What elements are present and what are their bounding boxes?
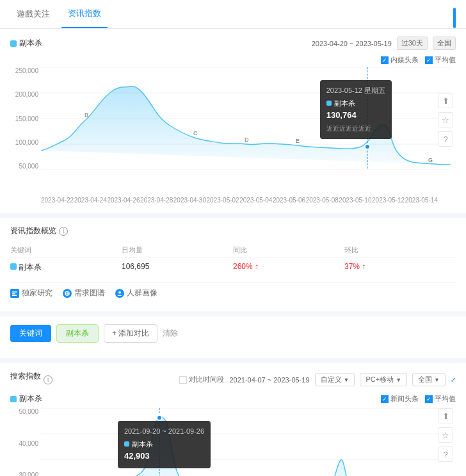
ctrl-compare-cb[interactable]: 对比时间段 xyxy=(179,375,224,384)
stats-col-mom: 环比 xyxy=(344,245,456,255)
sub-nav: 独家研究 需求图谱 人群画像 xyxy=(10,282,456,299)
tab-youxi-guanzhu[interactable]: 遊戲关注 xyxy=(10,1,56,28)
stats-title: 资讯指数概览 i xyxy=(10,226,456,236)
chart2-container: 50,000 40,000 30,000 20,000 xyxy=(10,408,456,476)
svg-text:D: D xyxy=(245,136,249,143)
svg-rect-13 xyxy=(12,293,15,295)
x-label-1: 2023-04-24 xyxy=(74,197,107,204)
search-cb-avg[interactable]: 平均值 xyxy=(425,394,456,404)
chart2-svg: A E C D F G xyxy=(41,408,451,476)
subnav-renqun-dot xyxy=(115,289,124,298)
chart1-period-btn[interactable]: 过30天 xyxy=(397,37,428,50)
share2-icon-btn[interactable]: ⬆ xyxy=(438,408,453,423)
chart1-date-range: 2023-04-20 ~ 2023-05-19 xyxy=(312,40,392,47)
top-tabs: 遊戲关注 资讯指数 xyxy=(0,0,466,29)
chart1-svg: B C D E G xyxy=(41,67,451,170)
dropdown-icon: ▼ xyxy=(344,377,349,383)
ctrl-region-btn[interactable]: 全国 ▼ xyxy=(412,373,446,386)
btn-add-compare[interactable]: + 添加对比 xyxy=(104,324,157,343)
cb-neimei-label: 内媒头条 xyxy=(390,55,419,65)
stats-cell-daily: 106,695 xyxy=(122,262,233,273)
y2-label-2: 40,000 xyxy=(10,440,38,447)
stats-info-icon[interactable]: i xyxy=(59,227,68,236)
cb-xinwen-label: 新闻头条 xyxy=(390,394,419,404)
stats-cell-keyword: 副本杀 xyxy=(10,262,122,273)
subnav-renqun[interactable]: 人群画像 xyxy=(115,288,157,299)
svg-text:E: E xyxy=(296,138,300,144)
x-label-2: 2023-04-26 xyxy=(107,197,140,204)
chart1-side-icons: ⬆ ☆ ? xyxy=(438,93,453,147)
checkbox-neimei[interactable]: 内媒头条 xyxy=(381,55,419,65)
svg-rect-14 xyxy=(12,295,17,296)
x-label-6: 2023-05-04 xyxy=(239,197,272,204)
stats-col-keyword: 关键词 xyxy=(10,245,122,255)
subnav-dujia[interactable]: 独家研究 xyxy=(10,288,52,299)
stats-cell-yoy: 260% ↑ xyxy=(233,262,344,273)
search-title: 搜索指数 xyxy=(10,371,41,382)
star-icon-btn[interactable]: ☆ xyxy=(438,112,453,127)
svg-point-6 xyxy=(365,144,370,149)
stats-col-daily: 日均量 xyxy=(122,245,233,255)
stats-title-text: 资讯指数概览 xyxy=(10,226,56,236)
chart1-legend-label: 副本杀 xyxy=(19,38,42,49)
search-section: 搜索指数 i 对比时间段 2021-04-07 ~ 2023-05-19 自定义… xyxy=(0,363,466,476)
y-label-1: 250,000 xyxy=(10,67,38,74)
cb-pingjun-box xyxy=(425,56,433,64)
y-label-3: 150,000 xyxy=(10,115,38,122)
svg-text:C: C xyxy=(193,130,198,136)
cb-avg-label: 平均值 xyxy=(435,394,456,404)
subnav-xuqiu[interactable]: 需求图谱 xyxy=(63,288,105,299)
chart1-header: 副本杀 2023-04-20 ~ 2023-05-19 过30天 全国 xyxy=(10,37,456,50)
y2-label-1: 50,000 xyxy=(10,408,38,415)
chart1-legend: 副本杀 xyxy=(10,38,42,49)
expand-icon[interactable]: ⤢ xyxy=(451,376,456,383)
x-label-0: 2023-04-22 xyxy=(41,197,74,204)
tab-zixun-zhishu[interactable]: 资讯指数 xyxy=(61,0,108,28)
star2-icon-btn[interactable]: ☆ xyxy=(438,427,453,443)
ctrl-custom-btn[interactable]: 自定义 ▼ xyxy=(315,373,355,386)
stats-table: 关键词 日均量 同比 环比 副本杀 106,695 260% ↑ 37% ↑ xyxy=(10,243,456,277)
svg-text:B: B xyxy=(84,112,88,119)
stats-blue-bar xyxy=(453,8,456,28)
btn-fubenshā[interactable]: 副本杀 xyxy=(56,324,99,343)
chart1-checkboxes: 内媒头条 平均值 xyxy=(381,55,456,65)
x-label-5: 2023-05-02 xyxy=(207,197,239,204)
legend-dot xyxy=(10,40,17,47)
x-label-3: 2023-04-28 xyxy=(140,197,173,204)
x-label-10: 2023-05-12 xyxy=(372,197,405,204)
search-info-icon[interactable]: i xyxy=(44,375,52,384)
stats-legend-dot xyxy=(10,263,17,270)
stats-cell-mom: 37% ↑ xyxy=(344,262,456,273)
cb-avg-box xyxy=(425,395,433,403)
btn-keyword[interactable]: 关键词 xyxy=(10,325,51,342)
search-legend-label: 副本杀 xyxy=(19,393,42,404)
cb-xinwen-box xyxy=(381,395,389,403)
chart1-main: 250,000 200,000 150,000 100,000 50,000 xyxy=(10,67,456,195)
help2-icon-btn[interactable]: ? xyxy=(438,447,453,462)
search-cb-xinwen[interactable]: 新闻头条 xyxy=(381,394,419,404)
stats-col-yoy: 同比 xyxy=(233,245,344,255)
chart1-xaxis: 2023-04-22 2023-04-24 2023-04-26 2023-04… xyxy=(41,195,438,205)
chart1-region-btn[interactable]: 全国 xyxy=(433,37,456,50)
x-label-11: 2023-05-14 xyxy=(405,197,438,204)
search-controls: 对比时间段 2021-04-07 ~ 2023-05-19 自定义 ▼ PC+移… xyxy=(179,373,456,386)
share-icon-btn[interactable]: ⬆ xyxy=(438,93,453,108)
y2-label-3: 30,000 xyxy=(10,472,38,476)
chart-section-1: 副本杀 2023-04-20 ~ 2023-05-19 过30天 全国 内媒头条… xyxy=(0,29,466,213)
page-container: 遊戲关注 资讯指数 副本杀 2023-04-20 ~ 2023-05-19 过3… xyxy=(0,0,466,476)
svg-point-18 xyxy=(118,291,121,293)
keywords-bar: 关键词 副本杀 + 添加对比 清除 xyxy=(10,324,456,343)
dropdown-region-icon: ▼ xyxy=(434,377,440,383)
dropdown-device-icon: ▼ xyxy=(396,377,401,383)
y-label-4: 100,000 xyxy=(10,139,38,146)
ctrl-device-btn[interactable]: PC+移动 ▼ xyxy=(360,373,407,386)
checkbox-pingjun[interactable]: 平均值 xyxy=(425,55,456,65)
search-legend-dot xyxy=(10,396,17,402)
subnav-xuqiu-dot xyxy=(63,289,72,298)
cb-pingjun-label: 平均值 xyxy=(435,55,456,65)
x-label-4: 2023-04-30 xyxy=(173,197,206,204)
btn-clear[interactable]: 清除 xyxy=(163,328,178,339)
search-header: 搜索指数 i 对比时间段 2021-04-07 ~ 2023-05-19 自定义… xyxy=(10,371,456,388)
help-icon-btn[interactable]: ? xyxy=(438,131,453,147)
svg-text:G: G xyxy=(428,157,433,163)
